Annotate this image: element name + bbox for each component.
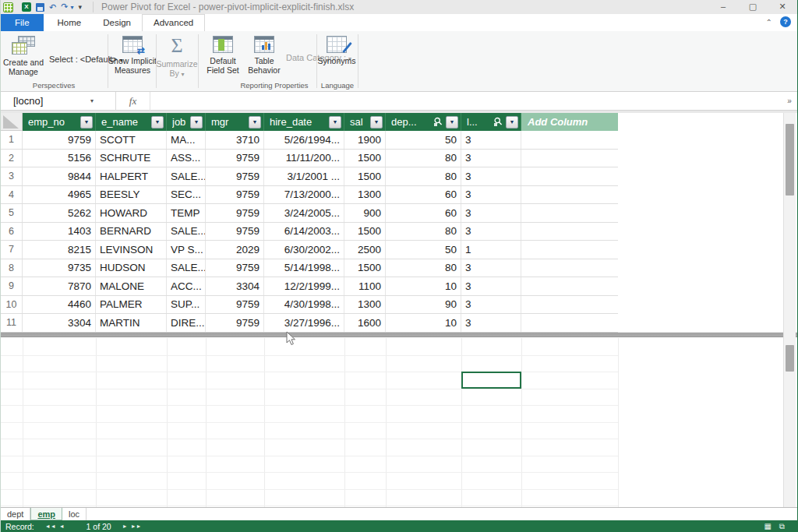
filter-dropdown-icon[interactable]: ▼ (370, 116, 383, 129)
cell-mgr[interactable]: 9759 (206, 186, 264, 204)
cell-l[interactable]: 3 (461, 296, 521, 314)
cell-emp_no[interactable]: 8215 (23, 241, 96, 259)
filter-dropdown-icon[interactable]: ▼ (80, 116, 93, 129)
cell-hire_date[interactable]: 4/30/1998... (264, 296, 344, 314)
excel-icon[interactable]: X (22, 2, 31, 12)
row-number[interactable]: 4 (1, 186, 23, 204)
minimize-button[interactable]: – (708, 0, 738, 14)
cell-mgr[interactable]: 9759 (206, 204, 264, 222)
vertical-scrollbar[interactable] (783, 113, 796, 507)
cell-mgr[interactable]: 9759 (206, 223, 264, 241)
fx-icon[interactable]: fx (116, 92, 150, 111)
cell-job[interactable]: TEMP (167, 204, 206, 222)
cell-mgr[interactable]: 9759 (206, 314, 264, 332)
sheet-tab-dept[interactable]: dept (1, 508, 30, 520)
tab-advanced[interactable]: Advanced (142, 14, 205, 31)
row-number[interactable]: 1 (1, 131, 23, 149)
qat-customize-button[interactable]: ▾ (79, 3, 83, 11)
cell-sal[interactable]: 1300 (344, 186, 386, 204)
cell-l[interactable]: 3 (461, 204, 521, 222)
cell-l[interactable]: 3 (461, 277, 521, 295)
pane-splitter[interactable] (1, 333, 797, 337)
cell-emp_no[interactable]: 9759 (23, 131, 96, 149)
scrollbar-thumb-upper[interactable] (786, 124, 794, 196)
cell-mgr[interactable]: 9759 (206, 296, 264, 314)
cell-sal[interactable]: 900 (344, 204, 386, 222)
diagram-view-icon[interactable]: ⧉ (779, 522, 785, 531)
row-number[interactable]: 11 (1, 314, 23, 332)
cell-hire_date[interactable]: 5/14/1998... (264, 259, 344, 277)
filter-dropdown-icon[interactable]: ▼ (151, 116, 164, 129)
cell-dep[interactable]: 90 (386, 296, 461, 314)
cell-job[interactable]: MA... (167, 131, 206, 149)
formula-input[interactable] (150, 92, 782, 111)
tab-design[interactable]: Design (92, 14, 142, 31)
row-number[interactable]: 9 (1, 277, 23, 295)
cell-e_name[interactable]: MARTIN (96, 314, 167, 332)
cell-dep[interactable]: 10 (386, 277, 461, 295)
cell-e_name[interactable]: HOWARD (96, 204, 167, 222)
cell-hire_date[interactable]: 12/2/1999... (264, 277, 344, 295)
cell-job[interactable]: ACC... (167, 277, 206, 295)
cell-l[interactable]: 3 (461, 259, 521, 277)
cell-job[interactable]: VP S... (167, 241, 206, 259)
column-header-l[interactable]: l...▼ (461, 113, 521, 131)
cell-emp_no[interactable]: 4460 (23, 296, 96, 314)
cell-e_name[interactable]: HUDSON (96, 259, 167, 277)
row-number[interactable]: 10 (1, 296, 23, 314)
cell-emp_no[interactable]: 9735 (23, 259, 96, 277)
redo-button[interactable]: ↷ ▾ (61, 2, 73, 12)
cell-hire_date[interactable]: 5/26/1994... (264, 131, 344, 149)
cell-job[interactable]: SALE... (167, 223, 206, 241)
cell-mgr[interactable]: 3710 (206, 131, 264, 149)
column-header-job[interactable]: job▼ (167, 113, 206, 131)
cell-hire_date[interactable]: 6/14/2003... (264, 223, 344, 241)
cell-e_name[interactable]: SCHRUTE (96, 150, 167, 167)
cell-emp_no[interactable]: 4965 (23, 186, 96, 204)
filter-dropdown-icon[interactable]: ▼ (249, 116, 261, 129)
cell-hire_date[interactable]: 7/13/2000... (264, 186, 344, 204)
filter-dropdown-icon[interactable]: ▼ (506, 116, 518, 129)
cell-dep[interactable]: 80 (386, 150, 461, 167)
cell-l[interactable]: 3 (461, 223, 521, 241)
cell-hire_date[interactable]: 6/30/2002... (264, 241, 344, 259)
last-record-icon[interactable]: ►► (131, 521, 142, 531)
cell-sal[interactable]: 1500 (344, 259, 386, 277)
default-field-set-button[interactable]: Default Field Set (200, 34, 245, 75)
column-header-dep[interactable]: dep...▼ (386, 113, 461, 131)
cell-emp_no[interactable]: 1403 (23, 223, 96, 241)
close-button[interactable]: ✕ (768, 0, 797, 14)
column-header-mgr[interactable]: mgr▼ (206, 113, 264, 131)
cell-mgr[interactable]: 9759 (206, 259, 264, 277)
cell-job[interactable]: SEC... (167, 186, 206, 204)
row-number[interactable]: 3 (1, 167, 23, 185)
cell-sal[interactable]: 1900 (344, 131, 386, 149)
cell-sal[interactable]: 1100 (344, 277, 386, 295)
row-number[interactable]: 6 (1, 223, 23, 241)
filter-dropdown-icon[interactable]: ▼ (446, 116, 458, 129)
cell-dep[interactable]: 80 (386, 167, 461, 185)
cell-sal[interactable]: 2500 (344, 241, 386, 259)
cell-e_name[interactable]: MALONE (96, 277, 167, 295)
cell-sal[interactable]: 1500 (344, 167, 386, 185)
tab-home[interactable]: Home (47, 14, 93, 31)
name-box-dropdown-icon[interactable]: ▾ (90, 97, 94, 104)
column-header-hire_date[interactable]: hire_date▼ (264, 113, 344, 131)
cell-dep[interactable]: 80 (386, 259, 461, 277)
cell-job[interactable]: SALE... (167, 167, 206, 185)
select-all-corner[interactable] (1, 113, 23, 131)
add-column-header[interactable]: Add Column (521, 113, 618, 131)
cell-job[interactable]: SUP... (167, 296, 206, 314)
cell-dep[interactable]: 60 (386, 186, 461, 204)
cell-sal[interactable]: 1300 (344, 296, 386, 314)
cell-mgr[interactable]: 2029 (206, 241, 264, 259)
tab-file[interactable]: File (1, 14, 44, 31)
cell-dep[interactable]: 80 (386, 223, 461, 241)
sheet-tab-loc[interactable]: loc (62, 508, 87, 520)
cell-l[interactable]: 3 (461, 167, 521, 185)
cell-e_name[interactable]: BERNARD (96, 223, 167, 241)
cell-sal[interactable]: 1500 (344, 223, 386, 241)
cell-dep[interactable]: 50 (386, 241, 461, 259)
column-header-emp_no[interactable]: emp_no▼ (23, 113, 96, 131)
cell-emp_no[interactable]: 5262 (23, 204, 96, 222)
